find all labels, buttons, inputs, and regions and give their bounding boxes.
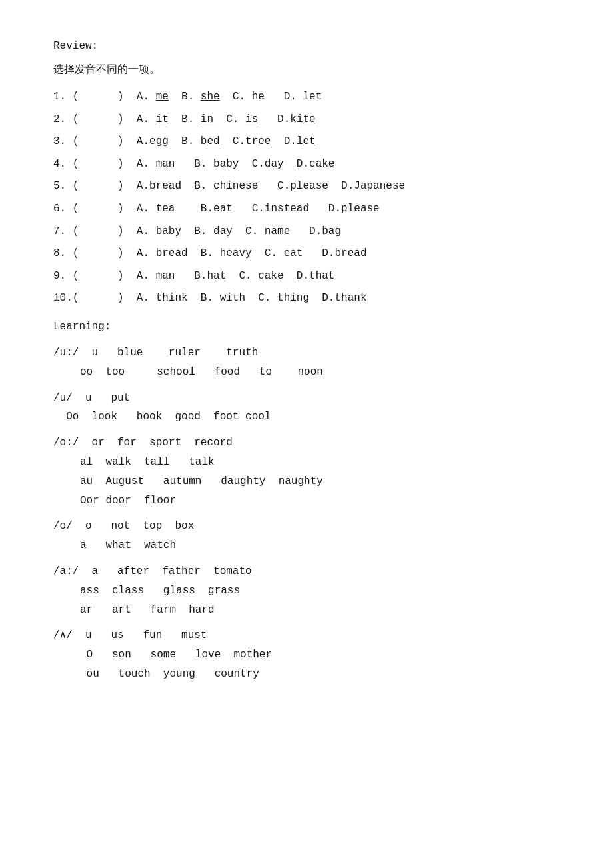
phoneme-line: /u:/ u blue ruler truth <box>53 343 560 363</box>
table-row: 6. ( ) A. tea B.eat C.instead D.please <box>53 201 560 218</box>
learning-section: Learning: /u:/ u blue ruler truth oo too… <box>53 321 560 684</box>
phoneme-line: Oo look book good foot cool <box>53 407 560 427</box>
phoneme-line: Oor door floor <box>53 491 560 511</box>
table-row: 10.( ) A. think B. with C. thing D.thank <box>53 290 560 307</box>
phoneme-line: /o:/ or for sport record <box>53 433 560 453</box>
phoneme-line: ar art farm hard <box>53 601 560 620</box>
question-list: 1. ( ) A. me B. she C. he D. let 2. ( ) … <box>53 89 560 307</box>
review-section: Review: 选择发音不同的一项。 1. ( ) A. me B. she C… <box>53 40 560 307</box>
phoneme-line: au August autumn daughty naughty <box>53 472 560 491</box>
phoneme-line: a what watch <box>53 536 560 555</box>
phoneme-group-olong: /o:/ or for sport record al walk tall ta… <box>53 433 560 510</box>
phoneme-line: ou touch young country <box>53 665 560 684</box>
phoneme-line: al walk tall talk <box>53 453 560 472</box>
phoneme-line: oo too school food to noon <box>53 363 560 382</box>
table-row: 8. ( ) A. bread B. heavy C. eat D.bread <box>53 245 560 263</box>
underline-word: ed <box>207 135 219 147</box>
underline-word: egg <box>149 135 169 147</box>
table-row: 5. ( ) A.bread B. chinese C.please D.Jap… <box>53 178 560 195</box>
underline-word: she <box>201 91 220 103</box>
phoneme-line: /o/ o not top box <box>53 517 560 536</box>
table-row: 4. ( ) A. man B. baby C.day D.cake <box>53 156 560 173</box>
phoneme-line: /a:/ a after father tomato <box>53 562 560 581</box>
phoneme-line: /∧/ u us fun must <box>53 626 560 645</box>
table-row: 7. ( ) A. baby B. day C. name D.bag <box>53 223 560 241</box>
review-title: Review: <box>53 40 560 52</box>
phoneme-line: /u/ u put <box>53 389 560 408</box>
phoneme-group-along: /a:/ a after father tomato ass class gla… <box>53 562 560 619</box>
underline-word: it <box>156 113 169 125</box>
underline-word: te <box>303 113 315 125</box>
phoneme-group-oshort: /o/ o not top box a what watch <box>53 517 560 555</box>
phoneme-group-wedge: /∧/ u us fun must O son some love mother… <box>53 626 560 683</box>
phoneme-line: ass class glass grass <box>53 581 560 601</box>
table-row: 1. ( ) A. me B. she C. he D. let <box>53 89 560 106</box>
phoneme-line: O son some love mother <box>53 645 560 665</box>
underline-word: in <box>201 113 213 125</box>
underline-word: me <box>156 91 169 103</box>
learning-title: Learning: <box>53 321 560 333</box>
underline-word: ee <box>258 135 271 147</box>
table-row: 9. ( ) A. man B.hat C. cake D.that <box>53 268 560 285</box>
table-row: 3. ( ) A.egg B. bed C.tree D.let <box>53 133 560 151</box>
table-row: 2. ( ) A. it B. in C. is D.kite <box>53 111 560 129</box>
underline-word: et <box>303 135 315 147</box>
phoneme-group-ushort: /u/ u put Oo look book good foot cool <box>53 389 560 427</box>
instruction-text: 选择发音不同的一项。 <box>53 63 560 77</box>
underline-word: is <box>245 113 258 125</box>
phoneme-group-ulong: /u:/ u blue ruler truth oo too school fo… <box>53 343 560 382</box>
page-container: Review: 选择发音不同的一项。 1. ( ) A. me B. she C… <box>53 40 560 684</box>
